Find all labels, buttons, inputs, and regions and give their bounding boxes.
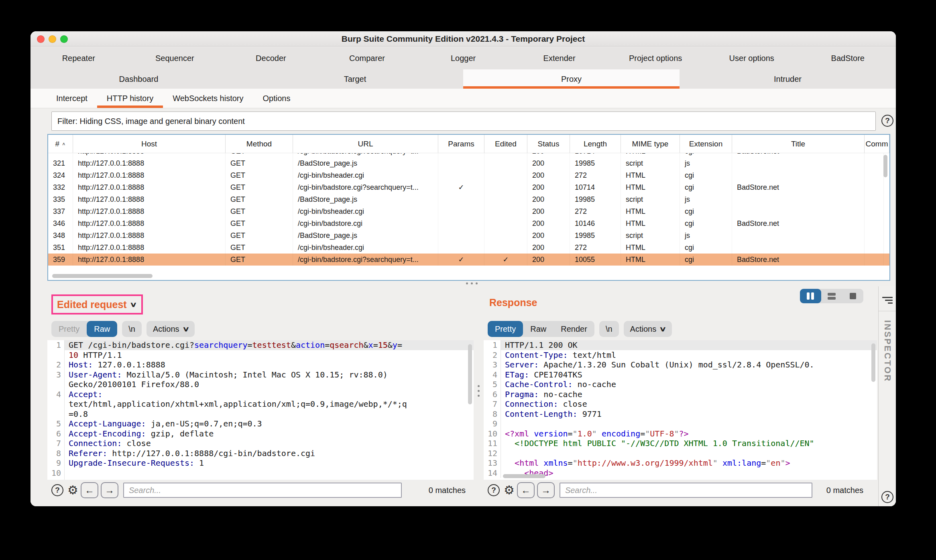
cell-url: /cgi-bin/bsheader.cgi [293,169,438,181]
cell-ext: js [680,229,732,241]
tab-proxy[interactable]: Proxy [463,69,680,89]
table-row-partial[interactable]: http://127.0.0.1:8888GET/cgi-bin/badstor… [48,153,889,157]
line-number: 3 [47,370,64,380]
table-vertical-scrollbar[interactable] [882,154,889,271]
single-panel-view-icon[interactable] [842,289,863,303]
request-selector-dropdown[interactable]: Edited request ∨ [51,294,143,314]
tab-request-raw[interactable]: Raw [87,321,117,337]
response-search-input[interactable] [560,483,812,498]
tab-response-render[interactable]: Render [553,321,594,337]
column-header-url[interactable]: URL [293,135,438,153]
response-vscroll-thumb[interactable] [871,343,875,382]
line-number: 5 [484,379,501,390]
tab-badstore[interactable]: BadStore [800,47,896,69]
cell-comment [865,217,884,229]
split-rows-view-icon[interactable] [821,289,842,303]
minimize-window-button[interactable] [49,35,56,43]
column-header-params[interactable]: Params [438,135,484,153]
tab-request-pretty[interactable]: Pretty [51,321,87,337]
table-hscroll-thumb[interactable] [52,274,153,278]
tab-websockets-history[interactable]: WebSockets history [163,89,253,108]
inspector-help-icon[interactable]: ? [881,491,893,503]
request-help-icon[interactable]: ? [51,484,63,496]
column-header-length[interactable]: Length [570,135,621,153]
cell-comment [865,157,884,169]
response-editor[interactable]: 1HTTP/1.1 200 OK2Content-Type: text/html… [484,340,877,480]
column-header-method[interactable]: Method [226,135,293,153]
response-hscroll-thumb[interactable] [503,474,545,478]
response-help-icon[interactable]: ? [488,484,500,496]
response-actions-button[interactable]: Actions ∨ [624,321,672,337]
table-row[interactable]: 351http://127.0.0.1:8888GET/cgi-bin/bshe… [48,241,889,254]
response-search-next-button[interactable]: → [537,482,555,498]
cell-length: 272 [570,241,621,254]
cell-status: 200 [527,181,570,193]
tab-project-options[interactable]: Project options [607,47,704,69]
request-search-prev-button[interactable]: ← [81,482,98,498]
filter-text: Filter: Hiding CSS, image and general bi… [57,117,245,126]
cell-status: 200 [527,217,570,229]
cell-mime: HTML [621,153,680,157]
request-editor[interactable]: 1GET /cgi-bin/badstore.cgi?searchquery=t… [47,340,474,480]
column-header-title[interactable]: Title [732,135,865,153]
tab-intercept[interactable]: Intercept [47,89,97,108]
tab-logger[interactable]: Logger [415,47,511,69]
tab-target[interactable]: Target [247,69,463,89]
tab-response-raw[interactable]: Raw [523,321,553,337]
horizontal-splitter-handle[interactable] [466,282,478,284]
response-search-prev-button[interactable]: ← [517,482,535,498]
request-settings-gear-icon[interactable]: ⚙ [67,484,78,496]
tab-intruder[interactable]: Intruder [680,69,896,89]
close-window-button[interactable] [37,35,45,43]
column-header-status[interactable]: Status [527,135,570,153]
tab-http-history[interactable]: HTTP history [97,89,163,108]
zoom-window-button[interactable] [60,35,68,43]
filter-bar[interactable]: Filter: Hiding CSS, image and general bi… [51,112,876,131]
tab-options[interactable]: Options [253,89,300,108]
tab-comparer[interactable]: Comparer [319,47,415,69]
cell-params [438,205,484,217]
request-search-input[interactable] [123,483,402,498]
tab-dashboard[interactable]: Dashboard [31,69,247,89]
tab-user-options[interactable]: User options [704,47,800,69]
column-header-mime-type[interactable]: MIME type [621,135,680,153]
table-row[interactable]: 332http://127.0.0.1:8888GET/cgi-bin/bads… [48,181,889,193]
response-settings-gear-icon[interactable]: ⚙ [504,484,515,496]
cell-title: BadStore.net [732,153,865,157]
tab-decoder[interactable]: Decoder [223,47,319,69]
title-bar: Burp Suite Community Edition v2021.4.3 -… [31,31,896,47]
column-header-edited[interactable]: Edited [484,135,527,153]
filter-help-icon[interactable]: ? [881,115,893,127]
inspector-panel[interactable]: INSPECTOR ? [878,286,896,506]
main-tab-bar-row1: Repeater Sequencer Decoder Comparer Logg… [31,47,896,69]
code-line: 1HTTP/1.1 200 OK [484,340,877,350]
request-linebreaks-button[interactable]: \n [122,321,142,337]
column-header--[interactable]: #∧ [48,135,73,153]
table-horizontal-scrollbar[interactable] [49,273,881,279]
column-header-comm[interactable]: Comm [865,135,889,153]
tab-repeater[interactable]: Repeater [31,47,127,69]
response-linebreaks-button[interactable]: \n [599,321,619,337]
column-header-extension[interactable]: Extension [680,135,732,153]
tab-extender[interactable]: Extender [511,47,608,69]
table-row[interactable]: 359http://127.0.0.1:8888GET/cgi-bin/bads… [48,254,889,266]
column-header-host[interactable]: Host [73,135,226,153]
line-number [47,350,64,360]
table-row[interactable]: 337http://127.0.0.1:8888GET/cgi-bin/bshe… [48,205,889,217]
request-vscroll-thumb[interactable] [468,344,472,404]
request-actions-button[interactable]: Actions ∨ [147,321,195,337]
table-row[interactable]: 335http://127.0.0.1:8888GET/BadStore_pag… [48,193,889,205]
table-row[interactable]: 346http://127.0.0.1:8888GET/cgi-bin/bads… [48,217,889,229]
table-vscroll-thumb[interactable] [883,155,887,177]
table-row[interactable]: 324http://127.0.0.1:8888GET/cgi-bin/bshe… [48,169,889,181]
table-row[interactable]: 321http://127.0.0.1:8888GET/BadStore_pag… [48,157,889,169]
inspector-tab-label[interactable]: INSPECTOR [882,320,893,382]
tab-response-pretty[interactable]: Pretty [488,321,523,337]
vertical-splitter-handle[interactable] [478,385,480,397]
table-row[interactable]: 348http://127.0.0.1:8888GET/BadStore_pag… [48,229,889,241]
split-columns-view-icon[interactable] [800,289,821,303]
request-search-next-button[interactable]: → [101,482,118,498]
tab-sequencer[interactable]: Sequencer [127,47,223,69]
collapse-panel-icon[interactable] [881,297,893,304]
burp-window: Burp Suite Community Edition v2021.4.3 -… [31,31,896,506]
